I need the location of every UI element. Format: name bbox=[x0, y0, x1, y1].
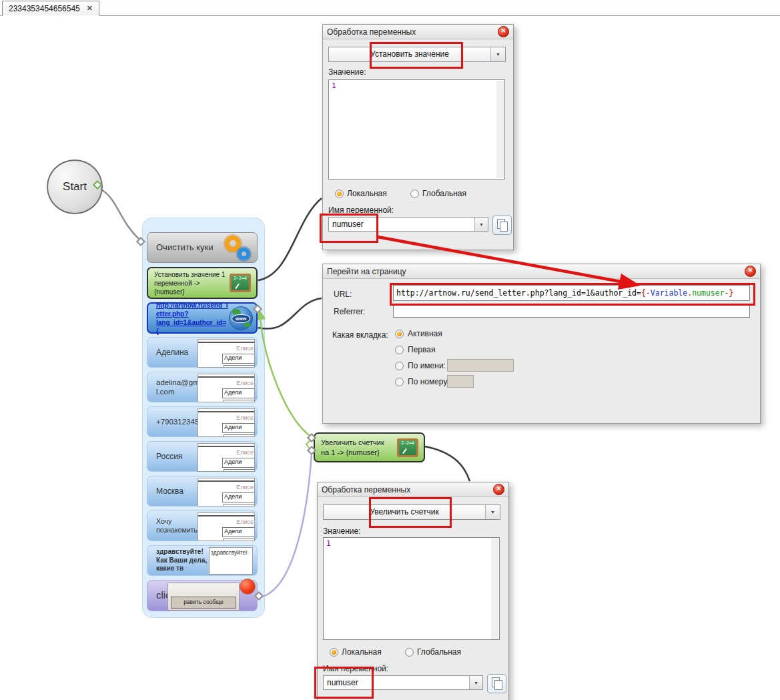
url-label: URL: bbox=[334, 290, 352, 299]
thumb-name-hint: Елисе bbox=[236, 345, 254, 352]
button-thumbnail: равить сообще bbox=[167, 583, 240, 611]
block-label-line: {numuser} bbox=[154, 288, 226, 296]
radio-global[interactable] bbox=[410, 190, 419, 198]
thumb-extra-field bbox=[224, 400, 255, 402]
radio-local[interactable] bbox=[335, 190, 344, 198]
radio-local[interactable] bbox=[330, 648, 338, 657]
thumb-name-hint: Елисе bbox=[236, 380, 254, 386]
thumb-value-hint: Адели bbox=[222, 527, 255, 537]
edge-click-to-counter bbox=[260, 454, 312, 597]
input-block-country[interactable]: Россия Елисе Адели bbox=[147, 441, 258, 472]
action-block-clear-cookies[interactable]: Очистить куки bbox=[147, 232, 258, 263]
thumb-extra-field bbox=[224, 365, 255, 368]
block-label-line: на 1 -> {numuser} bbox=[321, 448, 384, 457]
block-label-line: переменной -> bbox=[154, 279, 226, 288]
copy-button[interactable] bbox=[487, 674, 506, 693]
input-block-goal[interactable]: Хочу познакомиться Елисе Адели bbox=[147, 510, 258, 541]
action-block-goto-url[interactable]: http://artnow.ru/send_l etter.php? lang_… bbox=[147, 302, 258, 334]
input-block-name[interactable]: Аделина Елисе Адели bbox=[147, 337, 258, 368]
thumb-extra-field bbox=[224, 539, 255, 541]
copy-button[interactable] bbox=[492, 216, 512, 235]
thumb-name-hint: Елисе bbox=[236, 484, 254, 490]
block-label: Установить значение 1 переменной -> {num… bbox=[148, 270, 226, 296]
breakpoint-dot[interactable] bbox=[240, 579, 256, 595]
thumb-extra-field bbox=[224, 434, 255, 437]
gear-blue-icon bbox=[238, 248, 250, 260]
chevron-down-icon[interactable]: ▼ bbox=[474, 218, 488, 231]
message-thumbnail: здравствуйте! bbox=[209, 547, 253, 575]
scrollbar[interactable] bbox=[496, 81, 504, 178]
panel-header[interactable]: Перейти на страницу ✕ bbox=[323, 264, 760, 279]
action-block-set-value[interactable]: Установить значение 1 переменной -> {num… bbox=[147, 267, 258, 299]
form-field-thumbnail: Елисе Адели bbox=[198, 374, 255, 402]
globe-www-label: www bbox=[232, 314, 250, 323]
copy-icon bbox=[494, 680, 502, 690]
radio-global-label: Глобальная bbox=[422, 189, 466, 198]
radio-local-label: Локальная bbox=[342, 647, 382, 657]
form-field-thumbnail: Елисе Адели bbox=[198, 512, 255, 541]
thumb-extra-field bbox=[224, 469, 255, 472]
value-textarea[interactable]: 1 bbox=[328, 79, 505, 180]
thumb-value-hint: Адели bbox=[222, 423, 255, 433]
radio-tab-by-name[interactable] bbox=[395, 362, 404, 370]
copy-icon bbox=[500, 222, 508, 232]
value-text: 1 bbox=[332, 81, 336, 90]
form-field-thumbnail: Елисе Адели bbox=[198, 478, 255, 506]
tab-number-input[interactable] bbox=[447, 375, 474, 388]
radio-tab-active[interactable] bbox=[395, 330, 404, 338]
value-label: Значение: bbox=[328, 67, 366, 77]
radio-tab-first-label: Первая bbox=[408, 345, 435, 354]
thumb-value-hint: Адели bbox=[222, 388, 255, 398]
thumb-name-hint: Елисе bbox=[236, 449, 254, 456]
chalkboard-icon: 2-2=4 bbox=[230, 274, 251, 292]
radio-global[interactable] bbox=[405, 648, 414, 657]
chevron-down-icon[interactable]: ▼ bbox=[485, 505, 500, 519]
thumb-name-hint: Елисе bbox=[236, 518, 254, 525]
referrer-input[interactable] bbox=[393, 304, 750, 318]
input-block-email[interactable]: adelina@gmail.com Елисе Адели bbox=[147, 372, 258, 402]
highlight-set-value-action bbox=[370, 42, 463, 69]
value-label: Значение: bbox=[323, 527, 361, 536]
radio-tab-active-label: Активная bbox=[408, 329, 442, 338]
gears-icon bbox=[222, 236, 252, 261]
form-field-thumbnail: Елисе Адели bbox=[198, 443, 255, 472]
thumb-value-hint: Адели bbox=[222, 354, 255, 364]
project-canvas: 2334353454656545 ✕ Start Очистить куки У… bbox=[0, 0, 780, 700]
close-icon[interactable]: ✕ bbox=[498, 26, 509, 37]
chevron-down-icon[interactable]: ▼ bbox=[490, 47, 505, 61]
input-block-phone[interactable]: +79031234567 Елисе Адели bbox=[147, 406, 258, 437]
tab-name-input[interactable] bbox=[447, 359, 514, 372]
radio-tab-first[interactable] bbox=[395, 346, 404, 354]
thumb-extra-field bbox=[224, 504, 255, 506]
radio-tab-by-number-label: По номеру: bbox=[408, 377, 450, 386]
thumb-value-hint: Адели bbox=[222, 492, 255, 502]
value-textarea[interactable]: 1 bbox=[323, 537, 500, 640]
radio-tab-by-number[interactable] bbox=[395, 378, 404, 386]
panel-header[interactable]: Обработка переменных ✕ bbox=[318, 482, 508, 497]
url-line: http://artnow.ru/send_l bbox=[156, 301, 228, 310]
form-field-thumbnail: Елисе Адели bbox=[198, 408, 255, 437]
panel-header[interactable]: Обработка переменных ✕ bbox=[323, 25, 513, 39]
url-line: lang_id=1&author_id={ bbox=[156, 318, 228, 336]
block-label-line: Увеличить счетчик bbox=[321, 438, 384, 447]
form-field-thumbnail: Елисе Адели bbox=[198, 339, 255, 368]
chalkboard-text: 2-2=4 bbox=[401, 440, 414, 446]
block-label: Аделина bbox=[147, 348, 204, 358]
chalkboard-text: 2-2=4 bbox=[234, 276, 247, 281]
input-block-city[interactable]: Москва Елисе Адели bbox=[147, 476, 258, 506]
close-icon[interactable]: ✕ bbox=[493, 484, 504, 495]
close-icon[interactable]: ✕ bbox=[745, 266, 756, 277]
block-label: Россия bbox=[147, 452, 204, 462]
start-node-label: Start bbox=[63, 180, 87, 194]
value-text: 1 bbox=[326, 539, 331, 548]
highlight-varname-top bbox=[320, 214, 378, 243]
input-block-message[interactable]: здравствуйте! Как Ваши дела, какие тв зд… bbox=[147, 545, 258, 576]
highlight-increment-action bbox=[369, 497, 452, 528]
action-block-increment-counter[interactable]: Увеличить счетчик на 1 -> {numuser} 2-2=… bbox=[314, 432, 425, 462]
chevron-down-icon[interactable]: ▼ bbox=[469, 676, 482, 689]
edge-loop-counter-to-url bbox=[260, 318, 312, 437]
chalkboard-icon: 2-2=4 bbox=[397, 438, 418, 457]
edge-start-to-group bbox=[100, 189, 139, 240]
scrollbar[interactable] bbox=[491, 539, 498, 639]
edge-url-to-panel bbox=[258, 298, 322, 329]
